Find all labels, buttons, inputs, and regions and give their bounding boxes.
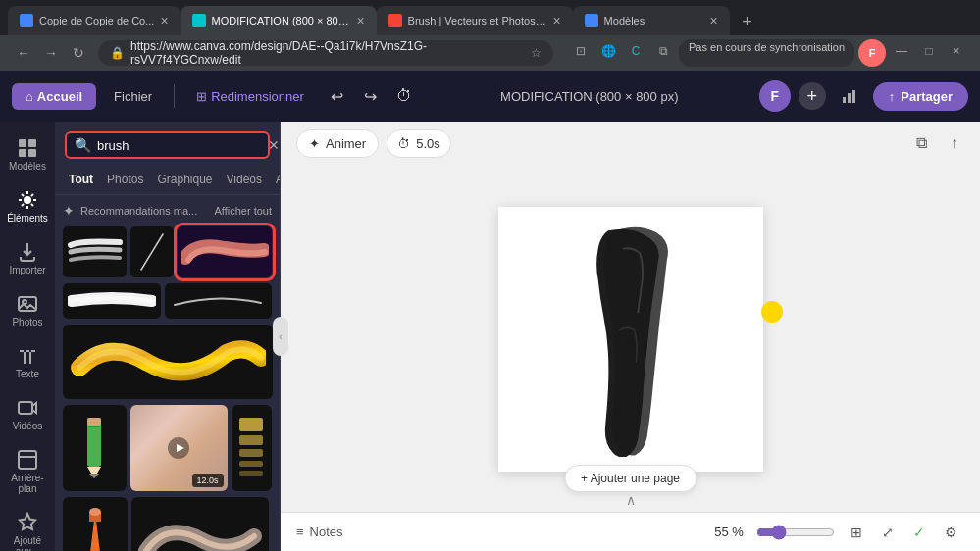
new-tab-button[interactable]: + <box>734 8 761 35</box>
tab-favicon-4 <box>585 14 598 27</box>
sidebar-item-texte[interactable]: Texte <box>3 337 52 387</box>
sidebar-item-elements[interactable]: Éléments <box>3 181 52 231</box>
panel-collapse-button[interactable]: ‹ <box>273 317 288 356</box>
sidebar-icons: Modèles Éléments Importer Photos Texte V… <box>0 122 55 551</box>
undo-button[interactable]: ↩ <box>322 80 353 112</box>
clock-icon: ⏱ <box>397 136 410 151</box>
fullscreen-button[interactable]: ⤢ <box>874 519 902 546</box>
tab-close-1[interactable]: × <box>160 13 168 28</box>
panel-content: ✦ Recommandations ma... Afficher tout <box>55 195 280 551</box>
svg-rect-0 <box>843 97 846 103</box>
sidebar-item-modeles[interactable]: Modèles <box>3 129 52 179</box>
brush-item-photo[interactable]: 12.0s <box>130 405 228 491</box>
sidebar-item-importer[interactable]: Importer <box>3 233 52 283</box>
share-canvas-button[interactable]: ↑ <box>941 129 968 157</box>
sidebar-item-videos[interactable]: Vidéos <box>3 389 52 439</box>
sidebar-item-photos[interactable]: Photos <box>3 285 52 335</box>
profile-button[interactable]: F <box>858 39 886 67</box>
scroll-up-button[interactable]: ∧ <box>626 492 636 508</box>
refresh-button[interactable]: ↻ <box>67 41 90 65</box>
sync-button[interactable]: Pas en cours de synchronisation <box>679 39 854 67</box>
tab-bar: Copie de Copie de Co... × MODIFICATION (… <box>0 0 980 35</box>
notes-label: Notes <box>310 525 343 539</box>
brush-item-gold[interactable] <box>63 325 273 399</box>
back-button[interactable]: ← <box>12 41 35 65</box>
brush-item-lines[interactable] <box>232 405 272 491</box>
tab-close-4[interactable]: × <box>709 13 717 28</box>
brush-item-wide-white[interactable] <box>63 283 161 319</box>
brush-item-thin-line[interactable] <box>165 283 272 319</box>
browser-chrome: Copie de Copie de Co... × MODIFICATION (… <box>0 0 980 71</box>
close-window-button[interactable]: × <box>945 39 968 63</box>
brush-preview-stroke3 <box>136 502 264 551</box>
search-clear-button[interactable]: ✕ <box>268 137 280 153</box>
section-header: ✦ Recommandations ma... Afficher tout <box>63 203 272 219</box>
cursor-indicator <box>761 301 783 323</box>
add-page-button[interactable]: + Ajouter une page <box>564 465 696 492</box>
fit-page-button[interactable]: ⊞ <box>843 519 870 546</box>
brush-item-stroke3[interactable] <box>131 497 269 551</box>
check-button[interactable]: ✓ <box>905 519 933 546</box>
translate-icon[interactable]: 🌐 <box>596 39 620 63</box>
svg-rect-23 <box>87 418 101 426</box>
category-tab-au[interactable]: Au... <box>270 169 280 190</box>
svg-marker-26 <box>89 474 99 478</box>
search-input[interactable] <box>97 138 262 153</box>
brush-item-1[interactable] <box>63 226 127 277</box>
animate-button[interactable]: ✦ Animer <box>296 129 379 158</box>
brush-artwork <box>498 207 763 472</box>
auto-save-icon[interactable]: ⏱ <box>388 80 420 112</box>
copy-canvas-button[interactable]: ⧉ <box>907 129 935 157</box>
analytics-button[interactable] <box>834 80 865 112</box>
maximize-button[interactable]: □ <box>917 39 941 63</box>
category-tab-tout[interactable]: Tout <box>63 169 99 190</box>
browser-controls: ⊡ 🌐 C ⧉ Pas en cours de synchronisation … <box>569 39 968 67</box>
minimize-button[interactable]: — <box>890 39 913 63</box>
sidebar-label-arriere: Arrière-plan <box>7 473 48 494</box>
brush-item-2[interactable] <box>130 226 174 277</box>
tab-title-4: Modèles <box>604 15 704 26</box>
tab-title-2: MODIFICATION (800 × 800 px)... <box>212 15 351 26</box>
tab-3[interactable]: Brush | Vecteurs et Photos grat... × <box>377 6 573 35</box>
home-button[interactable]: ⌂ Accueil <box>12 83 96 110</box>
afficher-tout-button[interactable]: Afficher tout <box>215 205 273 217</box>
address-bar: ← → ↻ 🔒 https://www.canva.com/design/DAE… <box>0 35 980 71</box>
notes-button[interactable]: ≡ Notes <box>296 525 343 539</box>
duration-button[interactable]: ⏱ 5.0s <box>387 129 451 158</box>
add-collaborator-button[interactable]: + <box>799 82 826 110</box>
zoom-slider[interactable] <box>756 525 835 540</box>
cast-icon[interactable]: ⊡ <box>569 39 593 63</box>
sidebar-item-ajoute[interactable]: Ajouté aux... <box>3 504 52 551</box>
canva-icon[interactable]: C <box>624 39 647 63</box>
redo-button[interactable]: ↪ <box>355 80 387 112</box>
category-tab-videos[interactable]: Vidéos <box>221 169 268 190</box>
extensions-icon[interactable]: ⧉ <box>651 39 675 63</box>
tab-title-1: Copie de Copie de Co... <box>39 15 154 26</box>
resize-button[interactable]: ⊞ Redimensionner <box>186 83 314 110</box>
settings-bottom-button[interactable]: ⚙ <box>937 519 964 546</box>
sidebar-item-arriere[interactable]: Arrière-plan <box>3 441 52 502</box>
tab-close-2[interactable]: × <box>356 13 364 28</box>
url-text: https://www.canva.com/design/DAE--Qa1i7k… <box>130 39 525 67</box>
tab-close-3[interactable]: × <box>552 13 560 28</box>
brush-item-pencil2[interactable] <box>63 497 128 551</box>
svg-rect-11 <box>19 451 36 469</box>
share-button[interactable]: ↑ Partager <box>873 82 968 111</box>
play-icon <box>167 436 190 460</box>
search-box: 🔍 ✕ ⚙ <box>55 122 280 165</box>
forward-button[interactable]: → <box>39 41 63 65</box>
category-tab-photos[interactable]: Photos <box>101 169 149 190</box>
brush-preview-lines <box>235 410 267 486</box>
category-tab-graphique[interactable]: Graphique <box>151 169 218 190</box>
tab-2[interactable]: MODIFICATION (800 × 800 px)... × <box>181 6 377 35</box>
brush-item-pencil[interactable] <box>63 405 127 491</box>
svg-rect-31 <box>239 449 263 457</box>
tab-4[interactable]: Modèles × <box>573 6 730 35</box>
brush-item-selected[interactable] <box>178 226 272 277</box>
user-avatar[interactable]: F <box>759 80 791 112</box>
canvas-viewport[interactable]: ↻ <box>281 166 980 512</box>
url-bar[interactable]: 🔒 https://www.canva.com/design/DAE--Qa1i… <box>98 40 553 66</box>
svg-rect-6 <box>28 149 36 157</box>
file-menu[interactable]: Fichier <box>104 83 162 110</box>
tab-1[interactable]: Copie de Copie de Co... × <box>8 6 181 35</box>
